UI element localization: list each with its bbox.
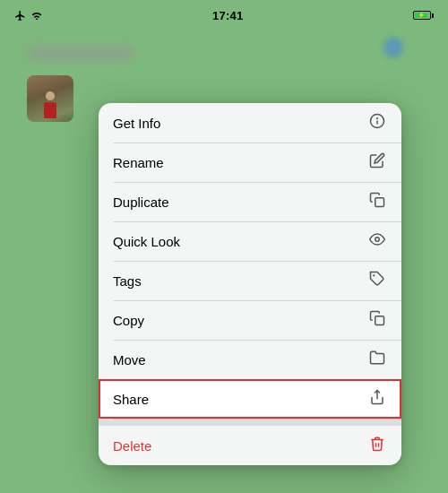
wifi-icon: [30, 10, 43, 21]
share-icon: [367, 389, 387, 410]
svg-rect-3: [375, 197, 384, 206]
share-label: Share: [113, 392, 149, 407]
menu-divider: [99, 419, 401, 426]
tag-icon: [367, 271, 387, 291]
blurred-title: [27, 45, 134, 61]
menu-item-copy[interactable]: Copy: [99, 300, 401, 340]
copy-label: Copy: [113, 313, 144, 328]
quick-look-label: Quick Look: [113, 234, 180, 249]
duplicate-icon: [367, 192, 387, 212]
svg-point-4: [375, 237, 380, 241]
blue-dot-decoration: [383, 38, 403, 57]
file-thumbnail: [27, 75, 73, 122]
rename-label: Rename: [113, 155, 164, 170]
menu-item-tags[interactable]: Tags: [99, 261, 401, 300]
eye-icon: [367, 231, 387, 252]
menu-item-delete[interactable]: Delete: [99, 426, 401, 465]
trash-icon: [367, 436, 387, 456]
menu-item-duplicate[interactable]: Duplicate: [99, 182, 401, 221]
battery-icon: ⚡: [413, 11, 435, 20]
menu-item-get-info[interactable]: Get Info: [99, 103, 401, 143]
duplicate-label: Duplicate: [113, 195, 169, 210]
delete-label: Delete: [113, 438, 151, 454]
move-label: Move: [113, 352, 146, 368]
menu-item-rename[interactable]: Rename: [99, 143, 401, 182]
svg-rect-6: [375, 316, 384, 324]
tags-label: Tags: [113, 273, 142, 289]
get-info-label: Get Info: [113, 116, 160, 131]
status-right-icons: ⚡: [413, 11, 435, 20]
status-left-icons: [14, 10, 43, 22]
menu-item-quick-look[interactable]: Quick Look: [99, 221, 401, 261]
folder-icon: [367, 350, 387, 370]
menu-item-share[interactable]: Share: [99, 379, 401, 419]
context-menu: Get Info Rename Duplicate Quick: [99, 103, 401, 465]
status-bar: 17:41 ⚡: [0, 0, 448, 25]
status-time: 17:41: [212, 9, 244, 22]
pencil-icon: [367, 152, 387, 173]
copy-icon: [367, 310, 387, 331]
info-icon: [367, 113, 387, 134]
menu-item-move[interactable]: Move: [99, 340, 401, 379]
airplane-icon: [14, 10, 26, 22]
